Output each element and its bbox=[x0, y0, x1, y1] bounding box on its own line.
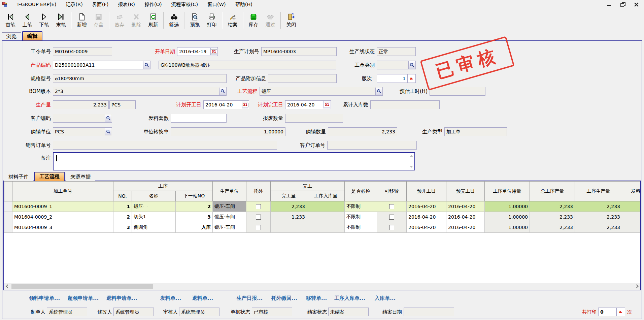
calendar-icon[interactable]: 31 bbox=[324, 101, 330, 108]
lookup-icon[interactable] bbox=[105, 128, 111, 135]
link-return-doc[interactable]: 退料单... bbox=[192, 295, 213, 301]
version-field[interactable]: 1 bbox=[377, 74, 408, 83]
col-instock-qty[interactable]: 工序入库量 bbox=[307, 191, 345, 201]
bom-version-field[interactable]: 2*3 bbox=[53, 87, 227, 96]
col-issue-sets[interactable]: 发料套 bbox=[622, 182, 641, 201]
table-row[interactable]: M01604-0009_3 3 倒圆角 入库 锻压-车间 不限制 2016-04… bbox=[4, 222, 641, 233]
minimize-icon[interactable] bbox=[607, 2, 612, 6]
print-button[interactable]: 打印 bbox=[203, 10, 220, 31]
link-process-instock[interactable]: 工序入库单... bbox=[334, 295, 365, 301]
menu-record[interactable]: 记录(R) bbox=[61, 0, 87, 9]
col-process-output[interactable]: 工序生产量 bbox=[575, 182, 622, 201]
preview-button[interactable]: 预览 bbox=[187, 10, 203, 31]
customer-order-field[interactable] bbox=[327, 141, 417, 150]
sales-order-field[interactable] bbox=[53, 141, 277, 150]
product-info-field[interactable] bbox=[268, 74, 337, 83]
table-row[interactable]: M01604-0009_1 1 锻压一 2 锻压-车间 2,233 不限制 20… bbox=[4, 201, 641, 212]
scrollbar-thumb[interactable] bbox=[11, 284, 153, 289]
new-button[interactable]: 新增 bbox=[73, 10, 90, 31]
table-row[interactable]: M01604-0009_2 2 切头1 3 锻压-车间 1,233 不限制 20… bbox=[4, 212, 641, 222]
link-daily-report[interactable]: 生产日报... bbox=[237, 295, 263, 301]
lookup-icon[interactable] bbox=[143, 61, 150, 69]
link-issue-doc[interactable]: 发料单... bbox=[160, 295, 181, 301]
tab-source-docs[interactable]: 来源单据 bbox=[66, 173, 95, 181]
scroll-right-icon[interactable] bbox=[635, 284, 638, 288]
col-next-no[interactable]: 下一站NO bbox=[176, 191, 213, 201]
first-record-button[interactable]: 首笔 bbox=[2, 10, 19, 31]
col-order-no[interactable]: 加工单号 bbox=[12, 182, 113, 201]
sale-qty-field[interactable]: 2,233 bbox=[328, 127, 397, 136]
current-cell[interactable]: 锻压-车间 bbox=[213, 201, 246, 212]
filter-button[interactable]: 筛选 bbox=[166, 10, 182, 31]
order-type-field[interactable] bbox=[377, 61, 416, 69]
scroll-left-icon[interactable] bbox=[6, 284, 9, 288]
tab-material-parts[interactable]: 材料子件 bbox=[4, 173, 33, 181]
col-total-output[interactable]: 总工序产量 bbox=[530, 182, 575, 201]
last-record-button[interactable]: 末笔 bbox=[53, 10, 69, 31]
link-outsource-return[interactable]: 托外缴回... bbox=[271, 295, 297, 301]
prod-qty-unit-field[interactable]: PCS bbox=[109, 100, 136, 109]
menu-window[interactable]: 窗口(W) bbox=[203, 0, 231, 9]
col-unit-usage[interactable]: 工序单位用量 bbox=[485, 182, 530, 201]
inventory-button[interactable]: 库存 bbox=[245, 10, 262, 31]
lookup-icon[interactable] bbox=[408, 61, 415, 69]
exit-button[interactable]: 关闭 bbox=[283, 10, 300, 31]
col-prod-unit[interactable]: 生产单位 bbox=[213, 182, 246, 201]
col-outsourced[interactable]: 托外 bbox=[246, 182, 271, 201]
refresh-button[interactable]: 刷新 bbox=[145, 10, 162, 31]
menu-help[interactable]: 帮助(H) bbox=[231, 0, 257, 9]
plan-no-field[interactable]: MP1604-0003 bbox=[261, 47, 337, 56]
menu-flow-audit[interactable]: 流程审核(C) bbox=[167, 0, 203, 9]
spec-field[interactable]: ⌀180*80mm bbox=[53, 74, 227, 83]
menu-tgroup-erp[interactable]: T-GROUP ERP(E) bbox=[12, 0, 61, 8]
plan-start-field[interactable]: 2016-04-20 31 bbox=[203, 100, 249, 109]
col-pre-finish[interactable]: 预完工日 bbox=[446, 182, 485, 201]
process-flow-field[interactable]: 锻压 bbox=[260, 87, 383, 96]
prod-type-field[interactable]: 加工单 bbox=[444, 127, 507, 136]
lookup-icon[interactable] bbox=[219, 88, 226, 95]
link-over-request[interactable]: 超领申请单... bbox=[68, 295, 99, 301]
transferable-checkbox[interactable] bbox=[389, 225, 394, 230]
scrap-qty-field[interactable] bbox=[285, 114, 343, 123]
col-transferable[interactable]: 可移转 bbox=[377, 182, 407, 201]
total-instock-field[interactable] bbox=[370, 100, 440, 109]
issue-sets-field[interactable] bbox=[171, 114, 227, 123]
print-count-field[interactable]: 0 bbox=[598, 308, 616, 316]
calendar-icon[interactable]: 31 bbox=[210, 48, 217, 55]
tab-edit[interactable]: 编辑 bbox=[22, 31, 42, 40]
close-case-button[interactable]: 结案 bbox=[224, 10, 241, 31]
menu-operate[interactable]: 操作(O) bbox=[140, 0, 167, 9]
work-order-field[interactable]: M01604-0009 bbox=[53, 47, 112, 56]
unit-rate-field[interactable]: 1.00000 bbox=[171, 127, 285, 136]
transferable-checkbox[interactable] bbox=[389, 204, 394, 209]
scroll-up-icon[interactable] bbox=[410, 155, 413, 157]
outsourced-checkbox[interactable] bbox=[256, 204, 261, 209]
customer-code-field[interactable] bbox=[53, 114, 112, 123]
col-done-qty[interactable]: 完工量 bbox=[271, 191, 307, 201]
restore-icon[interactable] bbox=[620, 2, 625, 6]
col-name[interactable]: 名称 bbox=[132, 191, 176, 201]
product-code-field[interactable]: D250001003A11 bbox=[53, 61, 150, 69]
tab-process-flow[interactable]: 工艺流程 bbox=[34, 172, 65, 181]
tab-browse[interactable]: 浏览 bbox=[2, 32, 21, 40]
product-name-field[interactable]: GK-100WB散热器-锻压 bbox=[159, 61, 336, 69]
line-status-field[interactable]: 正常 bbox=[377, 47, 416, 56]
close-icon[interactable] bbox=[634, 2, 639, 6]
est-hours-field[interactable] bbox=[430, 87, 485, 96]
transferable-checkbox[interactable] bbox=[389, 215, 394, 220]
plan-finish-field[interactable]: 2016-04-20 31 bbox=[285, 100, 331, 109]
col-no[interactable]: NO. bbox=[113, 191, 132, 201]
link-return-request[interactable]: 退料申请单... bbox=[106, 295, 137, 301]
menu-report[interactable]: 报表(R) bbox=[113, 0, 139, 9]
link-instock-doc[interactable]: 入库单... bbox=[375, 295, 396, 301]
menu-interface[interactable]: 界面(F) bbox=[88, 0, 113, 9]
open-date-field[interactable]: 2016-04-19 31 bbox=[177, 47, 218, 56]
prod-qty-field[interactable]: 2,233 bbox=[53, 100, 109, 109]
version-picker-button[interactable]: ▶ bbox=[408, 74, 416, 83]
horizontal-scrollbar[interactable] bbox=[4, 283, 640, 290]
col-must-inspect[interactable]: 是否必检 bbox=[345, 182, 377, 201]
calendar-icon[interactable]: 31 bbox=[242, 101, 248, 108]
link-material-request[interactable]: 领料申请单... bbox=[29, 295, 60, 301]
prev-record-button[interactable]: 上笔 bbox=[19, 10, 36, 31]
link-transfer-doc[interactable]: 移转单... bbox=[306, 295, 327, 301]
